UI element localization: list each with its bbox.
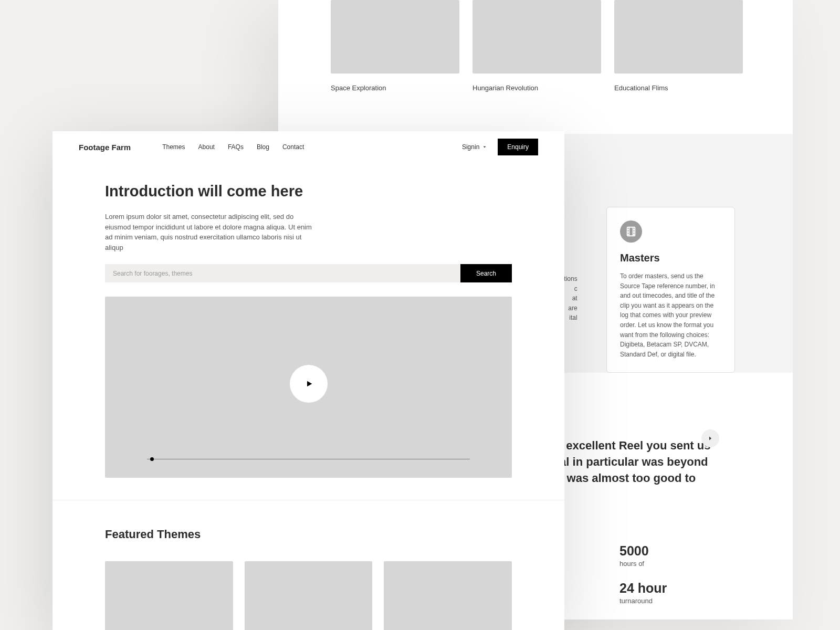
- intro-title: Introduction will come here: [105, 183, 512, 200]
- featured-card[interactable]: Second World War: [105, 561, 233, 630]
- stat-value: 24 hour: [620, 581, 667, 596]
- stat-label: hours of: [620, 560, 667, 568]
- featured-title: Featured Themes: [105, 528, 512, 541]
- nav-link-faqs[interactable]: FAQs: [228, 143, 244, 151]
- brand-logo[interactable]: Footage Farm: [79, 143, 131, 152]
- theme-label: Hungarian Revolution: [472, 84, 601, 92]
- featured-card[interactable]: 1960's Civil Right Movements: [245, 561, 373, 630]
- nav-link-contact[interactable]: Contact: [282, 143, 304, 151]
- stat-label: turnaround: [620, 597, 667, 605]
- play-icon: [305, 380, 313, 388]
- stat-item: 5000 hours of: [620, 543, 667, 568]
- search-input[interactable]: [105, 264, 460, 282]
- nav-link-blog[interactable]: Blog: [257, 143, 269, 151]
- search-button[interactable]: Search: [460, 264, 512, 282]
- front-page: Footage Farm Themes About FAQs Blog Cont…: [52, 131, 564, 630]
- scrub-bar[interactable]: [147, 459, 470, 459]
- testimonial-body: e excellent Reel you sent us ial in part…: [556, 438, 710, 486]
- scrub-handle[interactable]: [150, 457, 154, 461]
- search-row: Search: [105, 264, 512, 282]
- nav-link-about[interactable]: About: [198, 143, 215, 151]
- video-player[interactable]: [105, 297, 512, 478]
- theme-card[interactable]: Hungarian Revolution: [472, 0, 601, 92]
- theme-card[interactable]: Educational Flims: [614, 0, 743, 92]
- nav-links: Themes About FAQs Blog Contact: [162, 143, 304, 151]
- masters-card: Masters To order masters, send us the So…: [606, 207, 735, 373]
- intro-body: Lorem ipsum dolor sit amet, consectetur …: [105, 212, 320, 253]
- nav-link-themes[interactable]: Themes: [162, 143, 185, 151]
- featured-section: Featured Themes Second World War 1960's …: [52, 500, 564, 630]
- navbar: Footage Farm Themes About FAQs Blog Cont…: [52, 131, 564, 163]
- featured-thumbnail: [105, 561, 233, 630]
- stats-column: 5000 hours of 24 hour turnaround: [620, 543, 667, 605]
- featured-card[interactable]: Personalities: [384, 561, 512, 630]
- theme-label: Space Exploration: [331, 84, 459, 92]
- back-themes-section: Space Exploration Hungarian Revolution E…: [278, 0, 793, 92]
- stat-value: 5000: [620, 543, 667, 559]
- play-button[interactable]: [290, 365, 328, 403]
- theme-thumbnail: [472, 0, 601, 74]
- theme-thumbnail: [614, 0, 743, 74]
- theme-thumbnail: [331, 0, 459, 74]
- featured-thumbnail: [384, 561, 512, 630]
- next-arrow-button[interactable]: [701, 429, 719, 447]
- theme-card[interactable]: Space Exploration: [331, 0, 459, 92]
- chevron-down-icon: [482, 144, 487, 150]
- masters-body: To order masters, send us the Source Tap…: [620, 271, 721, 359]
- featured-thumbnail: [245, 561, 373, 630]
- masters-title: Masters: [620, 252, 721, 264]
- intro-section: Introduction will come here Lorem ipsum …: [52, 163, 564, 282]
- stat-item: 24 hour turnaround: [620, 581, 667, 605]
- theme-label: Educational Flims: [614, 84, 743, 92]
- film-icon: [620, 220, 642, 243]
- signin-dropdown[interactable]: Signin: [462, 143, 487, 151]
- testimonial-prefix: s:: [556, 420, 710, 428]
- signin-label: Signin: [462, 143, 479, 151]
- enquiry-button[interactable]: Enquiry: [498, 139, 538, 155]
